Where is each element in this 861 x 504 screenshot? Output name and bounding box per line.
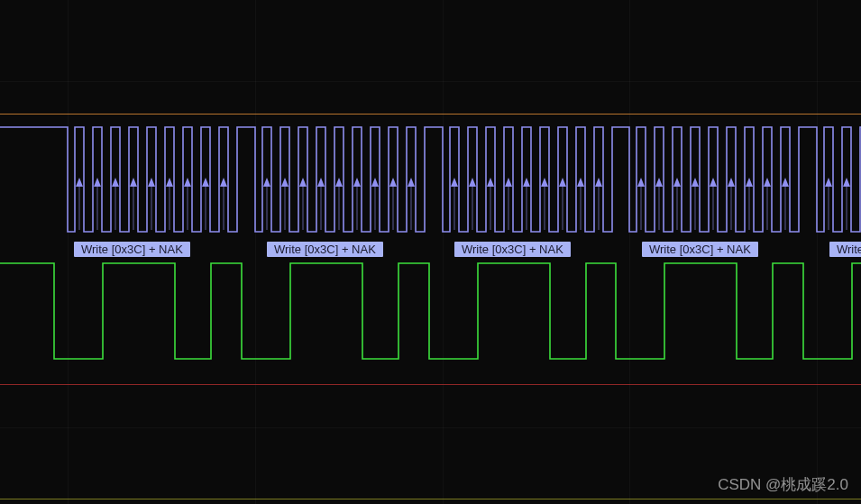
svg-marker-36	[451, 178, 458, 187]
svg-marker-60	[692, 178, 699, 187]
svg-marker-14	[202, 178, 209, 187]
svg-marker-56	[655, 178, 663, 187]
svg-marker-40	[487, 178, 494, 187]
svg-marker-44	[523, 178, 530, 187]
svg-marker-28	[353, 178, 361, 187]
svg-marker-32	[389, 178, 397, 187]
svg-marker-2	[94, 178, 101, 187]
svg-marker-10	[166, 178, 173, 187]
svg-marker-48	[559, 178, 566, 187]
svg-marker-70	[782, 178, 789, 187]
svg-marker-30	[371, 178, 379, 187]
waveform-sda	[0, 262, 861, 368]
svg-marker-24	[317, 178, 325, 187]
svg-marker-68	[764, 178, 771, 187]
svg-marker-22	[299, 178, 307, 187]
svg-marker-64	[728, 178, 735, 187]
svg-marker-18	[263, 178, 270, 187]
decode-label: Write [0x3C] + NAK	[74, 242, 190, 257]
watermark: CSDN @桃成蹊2.0	[718, 474, 848, 495]
svg-marker-72	[825, 178, 832, 187]
svg-marker-42	[505, 178, 512, 187]
svg-marker-8	[148, 178, 155, 187]
svg-marker-6	[130, 178, 137, 187]
svg-marker-38	[469, 178, 476, 187]
svg-marker-46	[541, 178, 548, 187]
svg-marker-0	[76, 178, 83, 187]
svg-marker-66	[746, 178, 753, 187]
logic-analyzer-viewport[interactable]: Write [0x3C] + NAKWrite [0x3C] + NAKWrit…	[0, 0, 861, 504]
decode-label: Write [0x3C] + NAK	[267, 242, 383, 257]
svg-marker-12	[184, 178, 191, 187]
marker-line-red	[0, 384, 861, 385]
waveform-scl	[0, 126, 861, 241]
svg-marker-62	[710, 178, 717, 187]
decode-label: Write [0x3C] + NAK	[642, 242, 758, 257]
svg-marker-50	[577, 178, 584, 187]
marker-line-orange	[0, 114, 861, 115]
svg-marker-52	[595, 178, 602, 187]
marker-line-yellow	[0, 499, 861, 499]
svg-marker-4	[112, 178, 119, 187]
svg-marker-20	[281, 178, 289, 187]
svg-marker-54	[637, 178, 645, 187]
decode-label: Write [0x3C] + NAK	[454, 242, 571, 257]
svg-marker-74	[843, 178, 850, 187]
svg-marker-26	[335, 178, 343, 187]
svg-marker-34	[408, 178, 415, 187]
svg-marker-16	[220, 178, 227, 187]
decode-label: Write [0x3C] + NAK	[829, 242, 861, 257]
svg-marker-58	[673, 178, 681, 187]
